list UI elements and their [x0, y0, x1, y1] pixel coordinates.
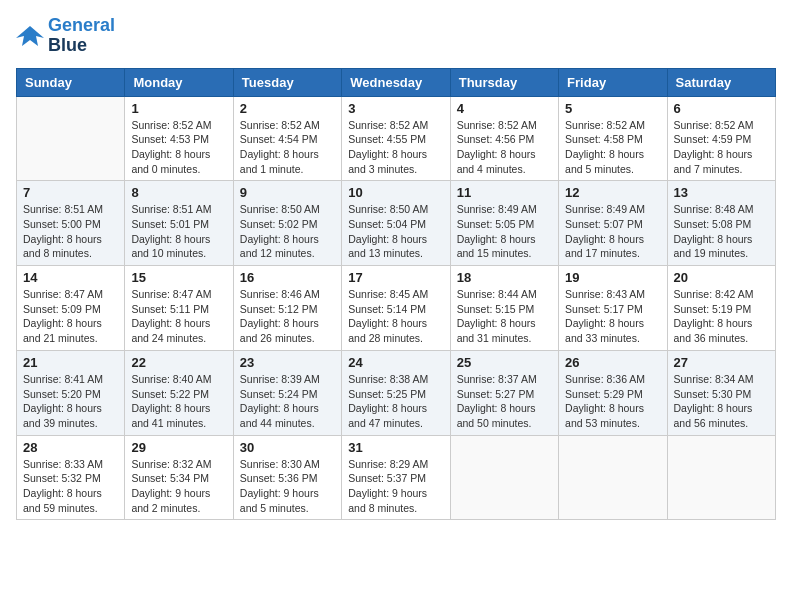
day-number: 30: [240, 440, 335, 455]
calendar-week-row: 28Sunrise: 8:33 AMSunset: 5:32 PMDayligh…: [17, 435, 776, 520]
day-number: 5: [565, 101, 660, 116]
calendar-cell: 16Sunrise: 8:46 AMSunset: 5:12 PMDayligh…: [233, 266, 341, 351]
day-number: 25: [457, 355, 552, 370]
day-info: Sunrise: 8:48 AMSunset: 5:08 PMDaylight:…: [674, 202, 769, 261]
day-number: 26: [565, 355, 660, 370]
day-number: 6: [674, 101, 769, 116]
calendar-week-row: 7Sunrise: 8:51 AMSunset: 5:00 PMDaylight…: [17, 181, 776, 266]
day-number: 3: [348, 101, 443, 116]
weekday-header-sunday: Sunday: [17, 68, 125, 96]
calendar-cell: 27Sunrise: 8:34 AMSunset: 5:30 PMDayligh…: [667, 350, 775, 435]
weekday-header-monday: Monday: [125, 68, 233, 96]
day-info: Sunrise: 8:39 AMSunset: 5:24 PMDaylight:…: [240, 372, 335, 431]
day-info: Sunrise: 8:47 AMSunset: 5:11 PMDaylight:…: [131, 287, 226, 346]
day-number: 23: [240, 355, 335, 370]
day-number: 27: [674, 355, 769, 370]
day-info: Sunrise: 8:36 AMSunset: 5:29 PMDaylight:…: [565, 372, 660, 431]
calendar-cell: 19Sunrise: 8:43 AMSunset: 5:17 PMDayligh…: [559, 266, 667, 351]
day-info: Sunrise: 8:52 AMSunset: 4:59 PMDaylight:…: [674, 118, 769, 177]
day-number: 20: [674, 270, 769, 285]
calendar-cell: [559, 435, 667, 520]
calendar-cell: 5Sunrise: 8:52 AMSunset: 4:58 PMDaylight…: [559, 96, 667, 181]
day-info: Sunrise: 8:52 AMSunset: 4:58 PMDaylight:…: [565, 118, 660, 177]
svg-marker-0: [16, 26, 44, 46]
calendar-cell: 18Sunrise: 8:44 AMSunset: 5:15 PMDayligh…: [450, 266, 558, 351]
weekday-header-saturday: Saturday: [667, 68, 775, 96]
calendar-table: SundayMondayTuesdayWednesdayThursdayFrid…: [16, 68, 776, 521]
calendar-week-row: 1Sunrise: 8:52 AMSunset: 4:53 PMDaylight…: [17, 96, 776, 181]
day-number: 13: [674, 185, 769, 200]
day-number: 16: [240, 270, 335, 285]
day-number: 9: [240, 185, 335, 200]
day-info: Sunrise: 8:49 AMSunset: 5:05 PMDaylight:…: [457, 202, 552, 261]
weekday-header-tuesday: Tuesday: [233, 68, 341, 96]
day-info: Sunrise: 8:41 AMSunset: 5:20 PMDaylight:…: [23, 372, 118, 431]
weekday-header-thursday: Thursday: [450, 68, 558, 96]
day-info: Sunrise: 8:49 AMSunset: 5:07 PMDaylight:…: [565, 202, 660, 261]
calendar-cell: 12Sunrise: 8:49 AMSunset: 5:07 PMDayligh…: [559, 181, 667, 266]
calendar-cell: 6Sunrise: 8:52 AMSunset: 4:59 PMDaylight…: [667, 96, 775, 181]
day-info: Sunrise: 8:51 AMSunset: 5:01 PMDaylight:…: [131, 202, 226, 261]
logo-text: GeneralBlue: [48, 16, 115, 56]
calendar-cell: 13Sunrise: 8:48 AMSunset: 5:08 PMDayligh…: [667, 181, 775, 266]
day-info: Sunrise: 8:29 AMSunset: 5:37 PMDaylight:…: [348, 457, 443, 516]
day-number: 2: [240, 101, 335, 116]
calendar-cell: 4Sunrise: 8:52 AMSunset: 4:56 PMDaylight…: [450, 96, 558, 181]
day-info: Sunrise: 8:51 AMSunset: 5:00 PMDaylight:…: [23, 202, 118, 261]
day-number: 22: [131, 355, 226, 370]
day-number: 18: [457, 270, 552, 285]
day-info: Sunrise: 8:30 AMSunset: 5:36 PMDaylight:…: [240, 457, 335, 516]
calendar-cell: 9Sunrise: 8:50 AMSunset: 5:02 PMDaylight…: [233, 181, 341, 266]
day-number: 24: [348, 355, 443, 370]
calendar-cell: 1Sunrise: 8:52 AMSunset: 4:53 PMDaylight…: [125, 96, 233, 181]
calendar-cell: 25Sunrise: 8:37 AMSunset: 5:27 PMDayligh…: [450, 350, 558, 435]
calendar-cell: 14Sunrise: 8:47 AMSunset: 5:09 PMDayligh…: [17, 266, 125, 351]
calendar-cell: [667, 435, 775, 520]
day-number: 29: [131, 440, 226, 455]
page-header: GeneralBlue: [16, 16, 776, 56]
day-number: 8: [131, 185, 226, 200]
weekday-header-friday: Friday: [559, 68, 667, 96]
day-info: Sunrise: 8:43 AMSunset: 5:17 PMDaylight:…: [565, 287, 660, 346]
calendar-week-row: 14Sunrise: 8:47 AMSunset: 5:09 PMDayligh…: [17, 266, 776, 351]
day-info: Sunrise: 8:42 AMSunset: 5:19 PMDaylight:…: [674, 287, 769, 346]
day-number: 28: [23, 440, 118, 455]
day-info: Sunrise: 8:52 AMSunset: 4:53 PMDaylight:…: [131, 118, 226, 177]
calendar-cell: 10Sunrise: 8:50 AMSunset: 5:04 PMDayligh…: [342, 181, 450, 266]
day-number: 11: [457, 185, 552, 200]
calendar-cell: [17, 96, 125, 181]
day-number: 4: [457, 101, 552, 116]
day-info: Sunrise: 8:38 AMSunset: 5:25 PMDaylight:…: [348, 372, 443, 431]
day-number: 14: [23, 270, 118, 285]
day-number: 31: [348, 440, 443, 455]
day-info: Sunrise: 8:52 AMSunset: 4:54 PMDaylight:…: [240, 118, 335, 177]
calendar-cell: 31Sunrise: 8:29 AMSunset: 5:37 PMDayligh…: [342, 435, 450, 520]
day-info: Sunrise: 8:46 AMSunset: 5:12 PMDaylight:…: [240, 287, 335, 346]
calendar-cell: 2Sunrise: 8:52 AMSunset: 4:54 PMDaylight…: [233, 96, 341, 181]
day-number: 17: [348, 270, 443, 285]
day-number: 15: [131, 270, 226, 285]
calendar-cell: 30Sunrise: 8:30 AMSunset: 5:36 PMDayligh…: [233, 435, 341, 520]
day-info: Sunrise: 8:37 AMSunset: 5:27 PMDaylight:…: [457, 372, 552, 431]
day-number: 10: [348, 185, 443, 200]
calendar-cell: 23Sunrise: 8:39 AMSunset: 5:24 PMDayligh…: [233, 350, 341, 435]
calendar-cell: 17Sunrise: 8:45 AMSunset: 5:14 PMDayligh…: [342, 266, 450, 351]
calendar-cell: [450, 435, 558, 520]
logo-icon: [16, 24, 44, 48]
day-number: 19: [565, 270, 660, 285]
calendar-cell: 7Sunrise: 8:51 AMSunset: 5:00 PMDaylight…: [17, 181, 125, 266]
calendar-cell: 22Sunrise: 8:40 AMSunset: 5:22 PMDayligh…: [125, 350, 233, 435]
day-number: 7: [23, 185, 118, 200]
day-info: Sunrise: 8:44 AMSunset: 5:15 PMDaylight:…: [457, 287, 552, 346]
calendar-cell: 21Sunrise: 8:41 AMSunset: 5:20 PMDayligh…: [17, 350, 125, 435]
day-info: Sunrise: 8:52 AMSunset: 4:55 PMDaylight:…: [348, 118, 443, 177]
calendar-cell: 8Sunrise: 8:51 AMSunset: 5:01 PMDaylight…: [125, 181, 233, 266]
day-info: Sunrise: 8:50 AMSunset: 5:04 PMDaylight:…: [348, 202, 443, 261]
calendar-cell: 26Sunrise: 8:36 AMSunset: 5:29 PMDayligh…: [559, 350, 667, 435]
day-number: 12: [565, 185, 660, 200]
calendar-cell: 20Sunrise: 8:42 AMSunset: 5:19 PMDayligh…: [667, 266, 775, 351]
logo: GeneralBlue: [16, 16, 115, 56]
calendar-cell: 28Sunrise: 8:33 AMSunset: 5:32 PMDayligh…: [17, 435, 125, 520]
day-number: 21: [23, 355, 118, 370]
day-info: Sunrise: 8:34 AMSunset: 5:30 PMDaylight:…: [674, 372, 769, 431]
